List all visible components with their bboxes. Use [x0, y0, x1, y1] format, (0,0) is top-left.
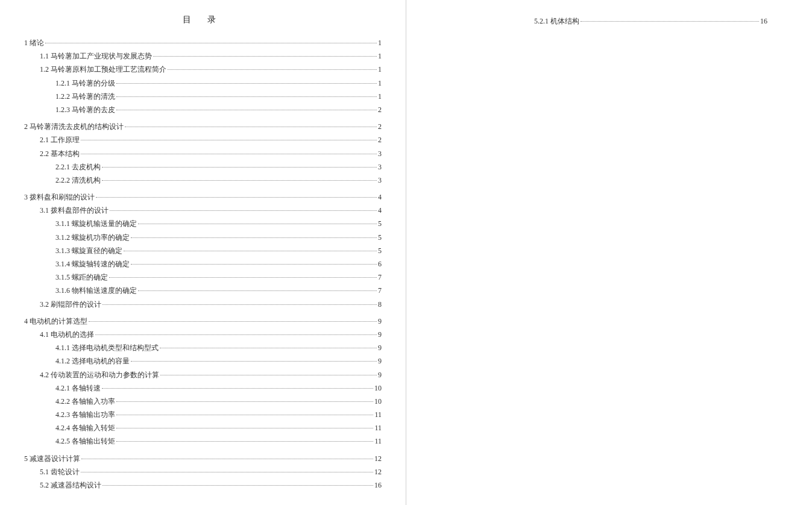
- toc-entry-label: 4 电动机的计算选型: [24, 315, 87, 328]
- toc-entry: 1.2.1 马铃薯的分级1: [55, 77, 382, 90]
- toc-entry-page: 4: [378, 190, 382, 204]
- toc-leader-dots: [581, 21, 759, 22]
- page-right: 5.2.1 机体结构16: [406, 0, 812, 505]
- toc-entry-page: 1: [378, 36, 382, 49]
- toc-entry-page: 16: [374, 478, 382, 492]
- toc-entry: 3.1.1 螺旋机输送量的确定5: [55, 217, 382, 230]
- toc-entry-label: 1 绪论: [24, 36, 44, 49]
- toc-leader-dots: [131, 237, 377, 238]
- toc-entry-label: 5 减速器设计计算: [24, 452, 80, 465]
- toc-entry-page: 3: [378, 160, 382, 174]
- toc-entry: 4.1.2 选择电动机的容量9: [55, 354, 382, 368]
- toc-entry-label: 1.2.1 马铃薯的分级: [55, 77, 115, 90]
- toc-entry-page: 12: [374, 465, 382, 478]
- toc-entry: 2.1 工作原理2: [40, 133, 382, 146]
- document-spread: 目 录 1 绪论11.1 马铃薯加工产业现状与发展态势11.2 马铃薯原料加工预…: [0, 0, 812, 505]
- toc-entry-page: 1: [378, 77, 382, 90]
- toc-leader-dots: [131, 361, 377, 362]
- toc-leader-dots: [95, 334, 377, 335]
- toc-entry-page: 10: [374, 395, 382, 408]
- toc-leader-dots: [110, 210, 377, 211]
- toc-entry-page: 11: [374, 408, 382, 421]
- toc-entry-page: 6: [378, 257, 382, 271]
- toc-leader-dots: [81, 154, 377, 154]
- toc-entry-page: 2: [378, 120, 382, 133]
- toc-leader-dots: [160, 348, 377, 348]
- toc-entry-page: 2: [378, 103, 382, 116]
- toc-entry-label: 2.2.1 去皮机构: [55, 160, 101, 174]
- toc-leader-dots: [116, 96, 377, 97]
- toc-title: 目 录: [24, 14, 382, 25]
- toc-list-right: 5.2.1 机体结构16: [430, 14, 788, 28]
- toc-entry-label: 4.2.4 各轴输入转矩: [55, 421, 115, 434]
- toc-entry-page: 1: [378, 90, 382, 103]
- toc-leader-dots: [102, 304, 377, 305]
- toc-entry-page: 3: [378, 147, 382, 160]
- toc-leader-dots: [96, 197, 377, 198]
- toc-entry-label: 1.2.2 马铃薯的清洗: [55, 90, 115, 103]
- toc-leader-dots: [109, 277, 377, 278]
- toc-entry-page: 5: [378, 217, 382, 230]
- toc-entry: 3.1 拨料盘部件的设计4: [40, 204, 382, 217]
- toc-entry-label: 2.2 基本结构: [40, 147, 80, 160]
- toc-leader-dots: [116, 415, 373, 415]
- toc-leader-dots: [81, 472, 373, 472]
- toc-entry-label: 4.2.5 各轴输出转矩: [55, 434, 115, 448]
- toc-entry-label: 3.2 刷辊部件的设计: [40, 298, 101, 311]
- toc-leader-dots: [116, 110, 377, 110]
- toc-entry-label: 1.1 马铃薯加工产业现状与发展态势: [40, 49, 152, 63]
- toc-entry: 5.2 减速器结构设计16: [40, 478, 382, 492]
- toc-entry-label: 4.2.2 各轴输入功率: [55, 395, 115, 408]
- toc-entry: 2.2.2 清洗机构3: [55, 174, 382, 187]
- toc-leader-dots: [102, 180, 377, 181]
- toc-entry-page: 3: [378, 174, 382, 187]
- toc-entry: 3.2 刷辊部件的设计8: [40, 298, 382, 311]
- toc-entry-label: 1.2.3 马铃薯的去皮: [55, 103, 115, 116]
- toc-entry: 4.2.2 各轴输入功率10: [55, 395, 382, 408]
- toc-entry-label: 5.1 齿轮设计: [40, 465, 80, 478]
- toc-leader-dots: [138, 224, 377, 224]
- toc-leader-dots: [116, 428, 373, 428]
- toc-entry-page: 9: [378, 368, 382, 381]
- toc-entry-label: 4.1.1 选择电动机类型和结构型式: [55, 341, 159, 354]
- toc-entry: 1.2.2 马铃薯的清洗1: [55, 90, 382, 103]
- toc-entry-label: 3 拨料盘和刷辊的设计: [24, 190, 95, 204]
- toc-entry: 4.2.1 各轴转速10: [55, 381, 382, 395]
- toc-entry-page: 1: [378, 63, 382, 76]
- toc-leader-dots: [138, 290, 377, 291]
- toc-entry: 1.2 马铃薯原料加工预处理工艺流程简介1: [40, 63, 382, 76]
- toc-entry: 5 减速器设计计算12: [24, 452, 382, 465]
- toc-entry-label: 3.1.6 物料输送速度的确定: [55, 284, 137, 297]
- toc-entry-label: 3.1.3 螺旋直径的确定: [55, 244, 122, 257]
- toc-entry-page: 4: [378, 204, 382, 217]
- toc-entry-page: 9: [378, 328, 382, 341]
- toc-entry: 1.2.3 马铃薯的去皮2: [55, 103, 382, 116]
- toc-entry-page: 16: [760, 14, 767, 28]
- toc-list-left: 1 绪论11.1 马铃薯加工产业现状与发展态势11.2 马铃薯原料加工预处理工艺…: [24, 36, 382, 492]
- toc-entry-page: 7: [378, 271, 382, 284]
- toc-entry: 2.2.1 去皮机构3: [55, 160, 382, 174]
- toc-leader-dots: [153, 56, 377, 57]
- toc-entry: 1 绪论1: [24, 36, 382, 49]
- toc-leader-dots: [102, 485, 373, 486]
- toc-entry-label: 3.1.2 螺旋机功率的确定: [55, 231, 130, 244]
- toc-entry-label: 2 马铃薯清洗去皮机的结构设计: [24, 120, 124, 133]
- toc-leader-dots: [116, 83, 377, 84]
- toc-entry: 3.1.6 物料输送速度的确定7: [55, 284, 382, 297]
- page-left: 目 录 1 绪论11.1 马铃薯加工产业现状与发展态势11.2 马铃薯原料加工预…: [0, 0, 406, 505]
- toc-entry: 2.2 基本结构3: [40, 147, 382, 160]
- toc-entry-page: 1: [378, 49, 382, 63]
- toc-entry-label: 4.2.3 各轴输出功率: [55, 408, 115, 421]
- toc-leader-dots: [81, 459, 373, 459]
- toc-leader-dots: [116, 441, 373, 442]
- toc-entry-label: 1.2 马铃薯原料加工预处理工艺流程简介: [40, 63, 166, 76]
- toc-entry: 4.2 传动装置的运动和动力参数的计算9: [40, 368, 382, 381]
- toc-entry: 4.1.1 选择电动机类型和结构型式9: [55, 341, 382, 354]
- toc-entry-page: 5: [378, 231, 382, 244]
- toc-entry-page: 12: [374, 452, 382, 465]
- toc-leader-dots: [168, 69, 377, 70]
- toc-entry-page: 11: [374, 421, 382, 434]
- toc-entry-label: 5.2 减速器结构设计: [40, 478, 101, 492]
- toc-entry: 2 马铃薯清洗去皮机的结构设计2: [24, 120, 382, 133]
- toc-entry: 5.1 齿轮设计12: [40, 465, 382, 478]
